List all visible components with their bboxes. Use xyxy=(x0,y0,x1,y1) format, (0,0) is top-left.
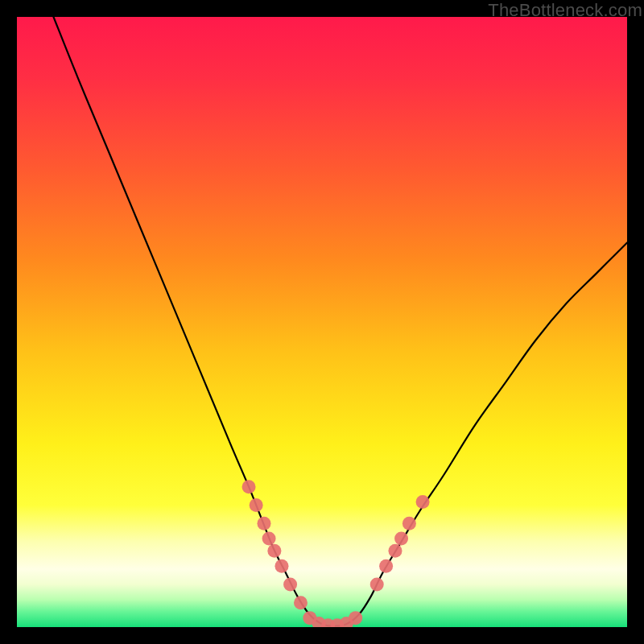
data-marker xyxy=(388,544,402,558)
data-marker xyxy=(242,480,256,493)
data-marker xyxy=(267,544,281,558)
data-marker xyxy=(349,611,362,625)
data-marker xyxy=(257,517,270,530)
watermark-text: TheBottleneck.com xyxy=(488,0,642,21)
data-marker xyxy=(294,596,308,609)
data-marker xyxy=(283,577,297,591)
data-marker xyxy=(394,532,408,546)
data-marker xyxy=(262,532,276,546)
gradient-background xyxy=(17,17,627,627)
bottleneck-chart xyxy=(17,17,627,627)
data-marker xyxy=(379,559,393,573)
data-marker xyxy=(370,577,384,591)
chart-frame xyxy=(17,17,627,627)
data-marker xyxy=(275,559,288,573)
data-marker xyxy=(416,495,430,509)
data-marker xyxy=(402,517,416,530)
data-marker xyxy=(250,498,263,512)
